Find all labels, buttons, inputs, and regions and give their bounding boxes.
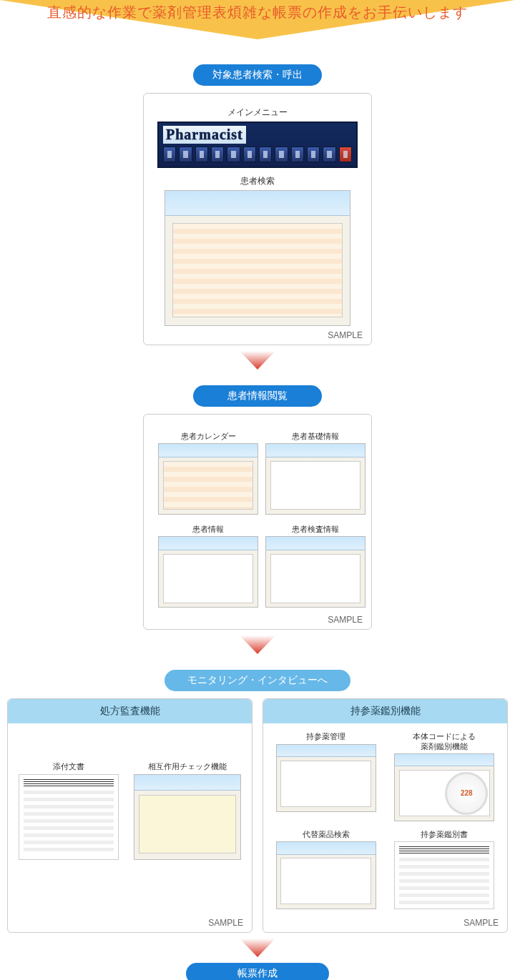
screenshot-patient-search <box>165 190 350 326</box>
card-patient-search: メインメニュー Pharmacist 患者検索 SAMPLE <box>143 93 372 345</box>
app-title: Pharmacist <box>163 126 246 144</box>
toolbar-icon <box>291 147 304 162</box>
svg-marker-1 <box>240 635 275 654</box>
flow-arrow-icon <box>236 350 279 371</box>
toolbar-icon <box>275 147 288 162</box>
cell-calendar: 患者カレンダー <box>158 427 258 515</box>
card-prescription-audit: 処方監査機能 添付文書 相互作用チェック機能 SAMPLE <box>7 698 252 933</box>
label-basic-info: 患者基礎情報 <box>292 432 339 441</box>
label-exam-info: 患者検査情報 <box>292 525 339 534</box>
cell-basic-info: 患者基礎情報 <box>265 427 366 515</box>
label-patient-info: 患者情報 <box>192 525 224 534</box>
step-pill-3: モニタリング・インタビューへ <box>165 670 350 691</box>
toolbar-icons <box>163 147 352 162</box>
svg-marker-0 <box>240 351 275 370</box>
label-calendar: 患者カレンダー <box>181 432 236 441</box>
label-attached-doc: 添付文書 <box>53 762 84 771</box>
toolbar-icon <box>259 147 272 162</box>
header-prescription-audit: 処方監査機能 <box>8 699 252 723</box>
screenshot-patient-info <box>158 536 258 608</box>
flow-arrow-icon <box>236 634 279 655</box>
label-bycode: 本体コードによる 薬剤鑑別機能 <box>413 732 476 751</box>
toolbar-icon <box>211 147 224 162</box>
toolbar-icon <box>227 147 240 162</box>
headline-arrow: 直感的な作業で薬剤管理表煩雑な帳票の作成をお手伝いします <box>0 0 515 50</box>
toolbar-close-icon <box>339 147 352 162</box>
screenshot-brought-manage <box>276 744 376 812</box>
toolbar-icon <box>163 147 176 162</box>
toolbar-icon <box>243 147 256 162</box>
sample-badge: SAMPLE <box>328 330 363 340</box>
screenshot-basic-info <box>265 443 366 515</box>
dual-section: 処方監査機能 添付文書 相互作用チェック機能 SAMPLE 持参薬鑑別機能 持参… <box>0 698 515 933</box>
gauge-value: 228 <box>461 789 473 797</box>
sample-badge: SAMPLE <box>208 918 243 928</box>
svg-marker-2 <box>240 939 275 957</box>
flow-arrow-icon <box>236 937 279 959</box>
screenshot-exam-info <box>265 536 366 608</box>
step-pill-1: 対象患者検索・呼出 <box>193 64 322 86</box>
screenshot-brought-report <box>394 841 494 909</box>
toolbar-icon <box>179 147 192 162</box>
label-alt-search: 代替薬品検索 <box>303 830 350 839</box>
headline-text: 直感的な作業で薬剤管理表煩雑な帳票の作成をお手伝いします <box>0 3 515 22</box>
label-brought-report: 持参薬鑑別書 <box>421 830 468 839</box>
label-interaction-check: 相互作用チェック機能 <box>148 762 227 771</box>
card-patient-info: 患者カレンダー 患者基礎情報 患者情報 患者検査情報 SAMPLE <box>143 414 372 630</box>
screenshot-main-menu: Pharmacist <box>157 122 358 168</box>
screenshot-attached-doc <box>19 774 119 860</box>
screenshot-alt-search <box>276 841 376 909</box>
cell-patient-info: 患者情報 <box>158 520 258 608</box>
step-pill-4: 帳票作成 <box>186 963 329 980</box>
step-pill-2: 患者情報閲覧 <box>193 385 322 407</box>
card-brought-drug-id: 持参薬鑑別機能 持参薬管理 本体コードによる 薬剤鑑別機能 228 代替薬品検索… <box>263 698 508 933</box>
sample-badge: SAMPLE <box>328 615 363 625</box>
gauge-indicator: 228 <box>445 772 488 815</box>
screenshot-interaction-check <box>134 774 241 860</box>
label-patient-search: 患者検索 <box>151 175 364 187</box>
label-main-menu: メインメニュー <box>151 107 364 119</box>
screenshot-bycode: 228 <box>394 753 494 821</box>
cell-exam-info: 患者検査情報 <box>265 520 366 608</box>
toolbar-icon <box>307 147 320 162</box>
toolbar-icon <box>195 147 208 162</box>
label-brought-manage: 持参薬管理 <box>306 732 345 741</box>
sample-badge: SAMPLE <box>464 918 499 928</box>
header-brought-drug-id: 持参薬鑑別機能 <box>263 699 507 723</box>
toolbar-icon <box>323 147 335 162</box>
screenshot-calendar <box>158 443 258 515</box>
